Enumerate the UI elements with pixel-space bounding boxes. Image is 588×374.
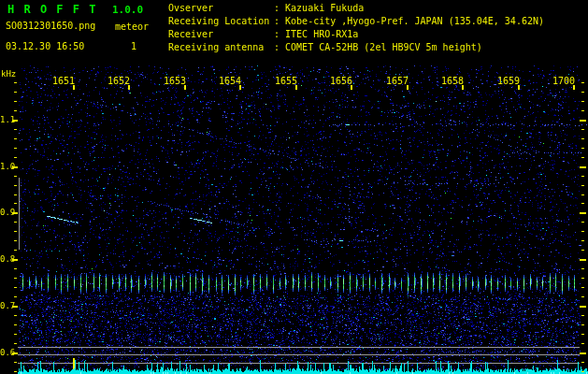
time-tick-label: 1657 — [386, 76, 409, 86]
time-tick-label: 1653 — [164, 76, 186, 86]
location-value: Kobe-city ,Hyogo-Pref. JAPAN (135.04E, 3… — [285, 16, 544, 26]
app-title: H R O F F T — [7, 3, 97, 16]
colon: : — [274, 3, 285, 13]
datetime-label: 03.12.30 16:50 — [6, 41, 84, 51]
antenna-value: COMET CA-52HB (2el HB9CV 5m height) — [285, 42, 482, 52]
header-row-location: Receiving Location: Kobe-city ,Hyogo-Pre… — [168, 16, 544, 26]
freq-tick-label: 0.9 — [0, 208, 12, 217]
location-label: Receiving Location — [168, 16, 274, 26]
count-label: 1 — [131, 41, 136, 51]
observer-value: Kazuaki Fukuda — [285, 3, 364, 13]
hrofft-screen: H R O F F T 1.0.0 SO0312301650.png meteo… — [0, 0, 588, 374]
colon: : — [274, 42, 285, 52]
freq-axis-unit-label: kHz — [1, 69, 16, 79]
antenna-label: Receiving antenna — [168, 42, 274, 52]
output-filename: SO0312301650.png — [6, 21, 95, 31]
mode-label: meteor — [115, 22, 149, 32]
receiver-value: ITEC HRO-RX1a — [285, 29, 358, 39]
observer-label: Ovserver — [168, 3, 274, 13]
colon: : — [274, 29, 285, 39]
header-row-receiver: Receiver: ITEC HRO-RX1a — [168, 29, 358, 39]
time-tick-label: 1656 — [330, 76, 352, 86]
header-row-antenna: Receiving antenna: COMET CA-52HB (2el HB… — [168, 42, 482, 52]
time-tick-label: 1651 — [52, 76, 75, 86]
header-row-observer: Ovserver: Kazuaki Fukuda — [168, 3, 364, 13]
spectrogram-canvas — [0, 0, 588, 374]
time-tick-label: 1659 — [497, 76, 520, 86]
receiver-label: Receiver — [168, 29, 274, 39]
colon: : — [274, 16, 285, 26]
freq-tick-label: 0.6 — [0, 348, 12, 357]
freq-tick-label: 0.7 — [0, 301, 12, 310]
time-tick-label: 1652 — [108, 76, 130, 86]
freq-tick-label: 1.0 — [0, 162, 12, 171]
app-version: 1.0.0 — [112, 4, 143, 16]
freq-tick-label: 0.8 — [0, 254, 12, 264]
freq-tick-label: 1.1 — [0, 115, 12, 124]
time-tick-label: 1658 — [441, 76, 464, 86]
time-tick-label: 1655 — [275, 76, 297, 86]
time-tick-label: 1700 — [552, 76, 575, 86]
time-tick-label: 1654 — [219, 76, 241, 86]
